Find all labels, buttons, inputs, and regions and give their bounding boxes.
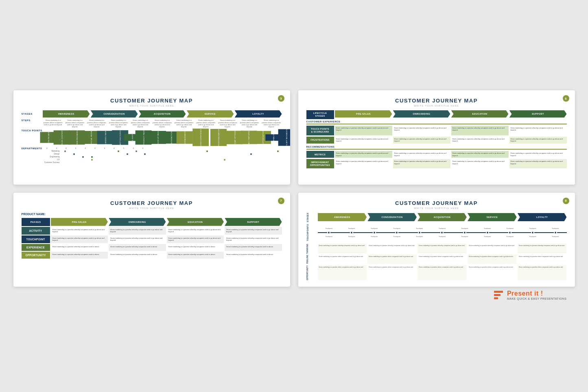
slide-num-3: 7 [278,198,284,204]
s4-thinking-row: THINKING Green marketing is a practice w… [306,244,567,254]
steps-cells: Green marketing is a practice where comp… [43,119,282,128]
tp-col-3: NEW RELEASES [70,129,84,146]
s2-fr-cell-4: Green marketing is a practice whereby co… [509,137,567,144]
step-cell-11: Green marketing is a practice where comp… [261,119,282,128]
s4-feeling-label: FEELING [306,255,318,264]
tp-col-9: SIGN UP PAGE [151,129,164,146]
step-cell-4: Green marketing is a practice where comp… [108,119,129,128]
customer-exp-header: CUSTOMER EXPERIENCE [306,120,567,124]
s4-stage-service: SERVICE [468,213,517,221]
tp-col-11: ENGAGEMENT [178,129,191,146]
step-cell-7: Green marketing is a practice where comp… [173,119,195,128]
step-cell-5: Green marketing is a practice where comp… [130,119,151,128]
tp-col-1: ONLINE ADS [43,129,54,146]
step-cell-3: Green marketing is a practice where comp… [86,119,107,128]
tp-col-5: LANDING PAGE [98,129,112,146]
s2-touchpoints-row: TOUCH POINTS& SCORECARD Green marketing … [306,126,567,135]
slide-num-2: 6 [563,95,569,102]
s4-feel-5: Green marketing is a practice where comp… [518,255,567,264]
tp-col-8: PRODUCT PAGE [136,129,151,146]
slide-3-title: CUSTOMER JOURNEY MAP [22,200,282,206]
s4-opportunity-cells: Green marketing is a practice where comp… [318,265,567,280]
steps-label: STEPS [22,119,43,122]
s3-touchpoint-4: Green marketing is a practice whereby co… [225,235,282,243]
s3-education: EDUCATION [167,218,224,226]
tp-dot-10 [531,231,534,234]
dept-marketing: Marketing [43,150,282,152]
s3-experience-row: EXPERIENCE Green marketing is a practice… [22,244,282,251]
s2-fr-cell-2: Green marketing is a practice whereby co… [393,137,450,144]
s4-thinking-cells: Green marketing is a practice whereby co… [318,244,567,254]
slide-1-title: CUSTOMER JOURNEY MAP [22,98,282,104]
s2-m-cell-3: Green marketing is a practice whereby co… [451,151,509,158]
tp-dot-1 [327,231,330,234]
s2-m-cell-1: Green marketing is a practice whereby co… [335,151,392,158]
product-name-label: PRODUCT NAME: [22,213,282,216]
s2-touchpoints-label: TOUCH POINTS& SCORECARD [306,126,334,135]
s4-stages-side-label: STAGES [306,213,318,222]
slide-2-title: CUSTOMER JOURNEY MAP [306,98,567,104]
s4-stage-awareness: AWARENESS [318,213,367,221]
slide-1-subtitle: WRITE YOUR SUBTITLE HERE [22,105,282,107]
s2-tp-cell-3: Green marketing is a practice whereby co… [451,126,509,135]
s4-timeline-dots [318,231,567,234]
dept-design: Design [43,153,282,155]
departments-row: DEPARTMENTS 2 3 4 2 2 2 5 4 5 3 2 [22,147,282,163]
s3-exp-3: Green marketing is a practice whereby co… [167,244,224,251]
slide-4-title: CUSTOMER JOURNEY MAP [306,200,567,206]
logo-icon [494,291,503,299]
s2-improvement-label: IMPROVEMENTOPPORTUNITIES [306,159,334,168]
s4-think-5: Green marketing is a practice whereby co… [518,244,567,254]
s3-opp-3: Green marketing is a practice whereby co… [167,252,224,259]
s3-touchpoint-label: TOUCHPOINT [22,235,50,243]
slide-2: 6 CUSTOMER JOURNEY MAP WRITE YOUR SUBTIT… [298,90,575,184]
step-cell-2: Green marketing is a practice where comp… [64,119,85,128]
s2-tp-cell-2: Green marketing is a practice whereby co… [393,126,450,135]
s2-improvement-row: IMPROVEMENTOPPORTUNITIES Green marketing… [306,159,567,168]
tp-col-15: ALL FEATURES [242,129,256,146]
s4-timeline-line-row [318,230,567,235]
tp-dot-11 [554,231,557,234]
stage-awareness: AWARENESS [43,110,90,118]
dept-engineering: Engineering [43,156,282,158]
s4-opportunity-label: OPPORTUNITY [306,265,318,280]
tp-col-2: BLOG CONTENT [55,129,69,146]
tp-dot-5 [418,231,421,234]
stages-row: STAGES AWARENESS CONSIDERATION ACQUISITI… [22,110,282,118]
s4-thinking-label: THINKING [306,244,318,254]
stage-service: SERVICE [187,110,234,118]
tp-dot-8 [486,231,489,234]
s4-feeling-row: FEELING Green marketing is a practice wh… [306,255,567,264]
s3-exp-1: Green marketing is a practice whereby co… [51,244,108,251]
step-cell-10: Green marketing is a practice where comp… [239,119,260,128]
s4-stage-loyalty: LOYALTY [518,213,567,221]
s3-presales: PRE-SALES [51,218,108,226]
slide-4-subtitle: WRITE YOUR SUBTITLE HERE [306,207,567,209]
tp-col-18: IN-APP MESSAGES [278,129,290,146]
s4-tp-labels-top: Touchpoint Touchpoint Touchpoint Touchpo… [318,228,567,229]
slide-3-subtitle: WRITE YOUR SUBTITLE HERE [22,207,282,209]
s3-opp-2: Green marketing is a practice whereby co… [109,252,166,259]
s3-activity-1: Green marketing is a practice whereby co… [51,227,108,235]
logo-bar-3 [494,297,498,299]
s4-feel-1: Green marketing is a practice where comp… [318,255,367,264]
slide-1: 5 CUSTOMER JOURNEY MAP WRITE YOUR SUBTIT… [13,90,290,184]
s2-frustrations-row: FRUSTRATIONS Green marketing is a practi… [306,137,567,144]
s2-io-cell-4: Green marketing is a practice whereby co… [509,159,567,168]
tp-col-4: SOCIAL MEDIA [85,129,98,146]
s3-experience-label: EXPERIENCE [22,244,50,251]
logo-area: Present it ! MAKE QUICK & EASY PRESENTAT… [13,287,575,302]
s3-opp-4: Green marketing is a practice whereby co… [225,252,282,259]
step-cell-1: Green marketing is a practice where comp… [43,119,64,128]
phase-support: SUPPORT [509,110,567,118]
tp-dot-9 [508,231,511,234]
s4-stages-arrows: AWARENESS CONSIDERATION ACQUISITION SERV… [318,213,567,221]
departments-content: 2 3 4 2 2 2 5 4 5 3 2 [43,147,282,163]
tp-dot-2 [350,231,353,234]
s3-opportunity-label: OPPORTUNITY [22,252,50,259]
s4-stages-row: STAGES AWARENESS CONSIDERATION ACQUISITI… [306,213,567,222]
lifecycle-label: LIFECYCLESTAGES [306,110,334,119]
s4-touchpoints-row: TOUCHPOINTS Touchpoint Touchpoint Touchp… [306,224,567,241]
slide-grid: 5 CUSTOMER JOURNEY MAP WRITE YOUR SUBTIT… [13,90,575,286]
s4-stage-acquisition: ACQUISITION [418,213,467,221]
